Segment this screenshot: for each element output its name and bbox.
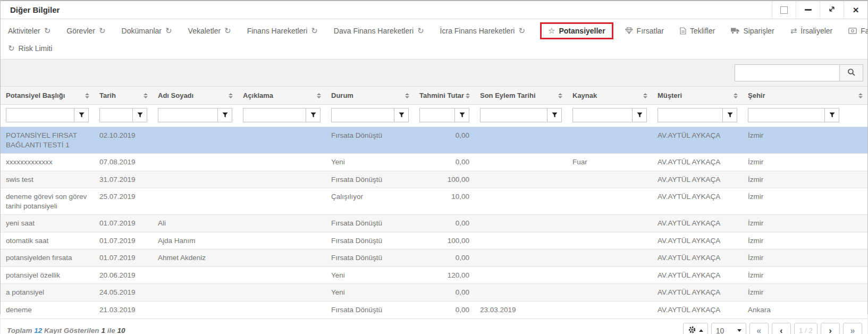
column-header-tarih[interactable]: Tarih xyxy=(94,87,153,105)
tab-row-1: Aktiviteler↻ Görevler↻ Dokümanlar↻ Vekal… xyxy=(7,22,863,39)
column-header-tahmini-tutar[interactable]: Tahmini Tutar xyxy=(414,87,475,105)
filter-input[interactable] xyxy=(573,108,632,122)
cell: 100,00 xyxy=(414,232,475,249)
tab-label: Dokümanlar xyxy=(122,27,162,35)
column-header-kaynak[interactable]: Kaynak xyxy=(567,87,652,105)
filter-input[interactable] xyxy=(100,108,132,122)
table-row[interactable]: POTANSİYEL FIRSAT BAĞLANTI TESTİ 102.10.… xyxy=(1,127,867,154)
table-row[interactable]: otomatik saat01.07.2019Ajda HanımFırsata… xyxy=(1,232,867,249)
filter-input[interactable] xyxy=(6,108,74,122)
table-row[interactable]: a potansiyel24.05.2019Yeni0,00AV.AYTÜL A… xyxy=(1,284,867,302)
cell xyxy=(475,249,567,267)
tab-teklifler[interactable]: Teklifler xyxy=(679,24,716,37)
minimize-button[interactable] xyxy=(796,1,820,19)
filter-input[interactable] xyxy=(658,108,722,122)
next-page-button[interactable]: › xyxy=(821,323,840,334)
table-row[interactable]: swis test31.07.2019Fırsata Dönüştü100,00… xyxy=(1,171,867,188)
tab-irsaliyeler[interactable]: ⇄İrsaliyeler xyxy=(789,24,833,37)
tab-gorevler[interactable]: Görevler↻ xyxy=(65,24,106,37)
filter-button[interactable] xyxy=(722,108,737,122)
cell xyxy=(475,232,567,249)
tab-dava-finans-hareketleri[interactable]: Dava Finans Hareketleri↻ xyxy=(333,24,425,37)
tab-finans-hareketleri[interactable]: Finans Hareketleri↻ xyxy=(246,24,319,37)
close-button[interactable]: × xyxy=(844,1,867,19)
cell xyxy=(475,284,567,302)
cell: Yeni xyxy=(326,154,414,171)
caret-down-icon xyxy=(737,329,741,332)
cell xyxy=(153,284,238,302)
filter-button[interactable] xyxy=(74,108,88,122)
cell: İzmir xyxy=(743,215,867,232)
refresh-icon: ↻ xyxy=(518,27,525,35)
prev-page-button[interactable]: ‹ xyxy=(772,323,791,334)
tab-faturalar[interactable]: Faturalar xyxy=(847,24,868,37)
column-header-potansiyel-basligi[interactable]: Potansiyel Başlığı xyxy=(1,87,94,105)
filter-input[interactable] xyxy=(420,108,454,122)
tab-dokumanlar[interactable]: Dokümanlar↻ xyxy=(121,24,173,37)
tab-risk-limiti[interactable]: ↻Risk Limiti xyxy=(7,42,53,55)
filter-button[interactable] xyxy=(547,108,561,122)
column-header-durum[interactable]: Durum xyxy=(326,87,414,105)
table-row[interactable]: potansiyel özellik20.06.2019Yeni120,00AV… xyxy=(1,266,867,284)
filter-button[interactable] xyxy=(132,108,147,122)
column-header-aciklama[interactable]: Açıklama xyxy=(238,87,326,105)
filter-input[interactable] xyxy=(158,108,217,122)
table-row[interactable]: potansiyelden fırsata01.07.2019Ahmet Akd… xyxy=(1,249,867,267)
tab-vekaletler[interactable]: Vekaletler↻ xyxy=(187,24,232,37)
filter-input[interactable] xyxy=(332,108,394,122)
column-header-adi-soyadi[interactable]: Adı Soyadı xyxy=(153,87,238,105)
page-size-select[interactable]: 10 xyxy=(711,323,746,334)
cell: AV.AYTÜL AYKAÇA xyxy=(652,249,743,267)
tab-aktiviteler[interactable]: Aktiviteler↻ xyxy=(7,24,52,37)
cell: 0,00 xyxy=(414,284,475,302)
first-page-button[interactable]: « xyxy=(749,323,769,334)
sort-icon xyxy=(558,93,562,98)
truck-icon xyxy=(731,27,739,34)
cell: Yeni xyxy=(326,284,414,302)
cell xyxy=(567,188,652,215)
cell xyxy=(238,232,326,249)
cell xyxy=(475,188,567,215)
tab-siparisler[interactable]: Siparişler xyxy=(730,24,775,37)
cell: 02.10.2019 xyxy=(94,127,153,154)
tab-label: İrsaliyeler xyxy=(800,27,832,35)
column-header-son-eylem-tarihi[interactable]: Son Eylem Tarihi xyxy=(475,87,567,105)
cell: 120,00 xyxy=(414,266,475,284)
sort-icon xyxy=(229,93,233,98)
search-input[interactable] xyxy=(735,64,840,81)
cell: swis test xyxy=(1,171,94,188)
column-header-musteri[interactable]: Müşteri xyxy=(652,87,743,105)
filter-input[interactable] xyxy=(748,108,824,122)
restore-button[interactable] xyxy=(772,1,796,19)
header-row: Potansiyel Başlığı Tarih Adı Soyadı Açık… xyxy=(1,87,867,105)
table-row[interactable]: xxxxxxxxxxxxx07.08.2019Yeni0,00FuarAV.AY… xyxy=(1,154,867,171)
filter-button[interactable] xyxy=(217,108,232,122)
tab-firsatlar[interactable]: Fırsatlar xyxy=(624,24,665,37)
cell: AV.AYTÜL AYKAÇA xyxy=(652,232,743,249)
filter-button[interactable] xyxy=(824,108,839,122)
filter-button[interactable] xyxy=(454,108,469,122)
filter-button[interactable] xyxy=(632,108,646,122)
table-row[interactable]: deneme görevi son görev tarihi potansiye… xyxy=(1,188,867,215)
filter-input[interactable] xyxy=(243,108,306,122)
close-icon: × xyxy=(853,5,858,15)
exchange-icon: ⇄ xyxy=(790,27,797,35)
cell: 31.07.2019 xyxy=(94,171,153,188)
cell: 24.05.2019 xyxy=(94,284,153,302)
refresh-icon: ↻ xyxy=(417,27,424,35)
expand-button[interactable] xyxy=(820,1,844,19)
table-row[interactable]: deneme21.03.2019Fırsata Dönüştü0,0023.03… xyxy=(1,302,867,319)
tab-icra-finans-hareketleri[interactable]: İcra Finans Hareketleri↻ xyxy=(439,24,526,37)
refresh-icon: ↻ xyxy=(99,27,106,35)
table-row[interactable]: yeni saat01.07.2019AliFırsata Dönüştü0,0… xyxy=(1,215,867,232)
grid-settings-button[interactable] xyxy=(683,323,708,334)
tab-potansiyeller[interactable]: ☆Potansiyeller xyxy=(540,22,613,39)
filter-button[interactable] xyxy=(394,108,408,122)
cell: deneme görevi son görev tarihi potansiye… xyxy=(1,188,94,215)
last-page-button[interactable]: » xyxy=(843,323,862,334)
filter-button[interactable] xyxy=(306,108,320,122)
cell: Ajda Hanım xyxy=(153,232,238,249)
filter-input[interactable] xyxy=(481,108,547,122)
search-button[interactable] xyxy=(840,64,863,81)
column-header-sehir[interactable]: Şehir xyxy=(743,87,867,105)
